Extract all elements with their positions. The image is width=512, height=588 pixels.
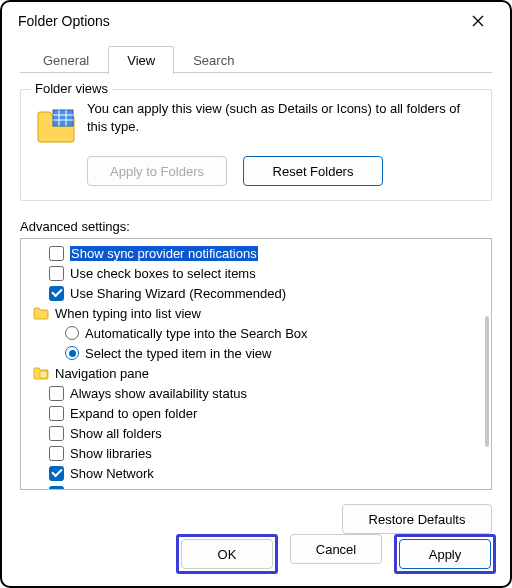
radio[interactable] xyxy=(65,326,79,340)
item-label: Show libraries xyxy=(70,446,152,461)
scrollbar[interactable] xyxy=(485,245,489,483)
tab-general[interactable]: General xyxy=(24,46,108,73)
tab-view[interactable]: View xyxy=(108,46,174,74)
checkbox[interactable] xyxy=(49,386,64,401)
item-label: Automatically type into the Search Box xyxy=(85,326,308,341)
tab-strip: General View Search xyxy=(2,46,510,73)
title-bar: Folder Options xyxy=(2,2,510,40)
checkbox[interactable] xyxy=(49,486,64,491)
advanced-item[interactable]: Show This PC xyxy=(25,483,489,490)
advanced-item[interactable]: Show libraries xyxy=(25,443,489,463)
dialog-buttons: OK Cancel Apply xyxy=(16,534,496,574)
folder-icon xyxy=(33,306,49,320)
tab-panel-view: Folder views You can apply this view (su… xyxy=(20,73,492,534)
window-title: Folder Options xyxy=(14,13,458,29)
item-label: Show Network xyxy=(70,466,154,481)
checkbox[interactable] xyxy=(49,426,64,441)
reset-folders-button[interactable]: Reset Folders xyxy=(243,156,383,186)
advanced-item[interactable]: Show sync provider notifications xyxy=(25,243,489,263)
checkbox[interactable] xyxy=(49,466,64,481)
highlight-apply: Apply xyxy=(394,534,496,574)
item-label: Show sync provider notifications xyxy=(70,246,258,261)
cancel-button[interactable]: Cancel xyxy=(290,534,382,564)
advanced-item[interactable]: Use check boxes to select items xyxy=(25,263,489,283)
navigation-pane-icon xyxy=(33,366,49,380)
checkbox[interactable] xyxy=(49,286,64,301)
advanced-item[interactable]: Use Sharing Wizard (Recommended) xyxy=(25,283,489,303)
checkbox[interactable] xyxy=(49,406,64,421)
item-label: Use check boxes to select items xyxy=(70,266,256,281)
checkbox[interactable] xyxy=(49,266,64,281)
advanced-item[interactable]: Automatically type into the Search Box xyxy=(25,323,489,343)
advanced-item[interactable]: Show all folders xyxy=(25,423,489,443)
ok-button[interactable]: OK xyxy=(181,539,273,569)
svg-rect-2 xyxy=(53,110,73,126)
advanced-item[interactable]: Always show availability status xyxy=(25,383,489,403)
advanced-item: When typing into list view xyxy=(25,303,489,323)
advanced-settings-label: Advanced settings: xyxy=(20,219,492,234)
folder-views-group: Folder views You can apply this view (su… xyxy=(20,89,492,201)
folder-views-description: You can apply this view (such as Details… xyxy=(87,100,477,135)
advanced-item[interactable]: Show Network xyxy=(25,463,489,483)
item-label: Select the typed item in the view xyxy=(85,346,271,361)
item-label: Expand to open folder xyxy=(70,406,197,421)
close-button[interactable] xyxy=(458,2,498,40)
item-label: When typing into list view xyxy=(55,306,201,321)
apply-to-folders-button: Apply to Folders xyxy=(87,156,227,186)
item-label: Show This PC xyxy=(70,486,152,491)
apply-button[interactable]: Apply xyxy=(399,539,491,569)
item-label: Use Sharing Wizard (Recommended) xyxy=(70,286,286,301)
item-label: Navigation pane xyxy=(55,366,149,381)
radio[interactable] xyxy=(65,346,79,360)
advanced-item: Navigation pane xyxy=(25,363,489,383)
tab-search[interactable]: Search xyxy=(174,46,253,73)
advanced-item[interactable]: Select the typed item in the view xyxy=(25,343,489,363)
advanced-item[interactable]: Expand to open folder xyxy=(25,403,489,423)
advanced-settings-list[interactable]: Show sync provider notificationsUse chec… xyxy=(20,238,492,490)
checkbox[interactable] xyxy=(49,446,64,461)
scrollbar-thumb[interactable] xyxy=(485,316,489,447)
checkbox[interactable] xyxy=(49,246,64,261)
highlight-ok: OK xyxy=(176,534,278,574)
restore-defaults-button[interactable]: Restore Defaults xyxy=(342,504,492,534)
folder-views-icon xyxy=(35,104,77,146)
folder-views-legend: Folder views xyxy=(31,81,112,96)
item-label: Always show availability status xyxy=(70,386,247,401)
svg-rect-7 xyxy=(40,371,47,378)
item-label: Show all folders xyxy=(70,426,162,441)
close-icon xyxy=(472,15,484,27)
